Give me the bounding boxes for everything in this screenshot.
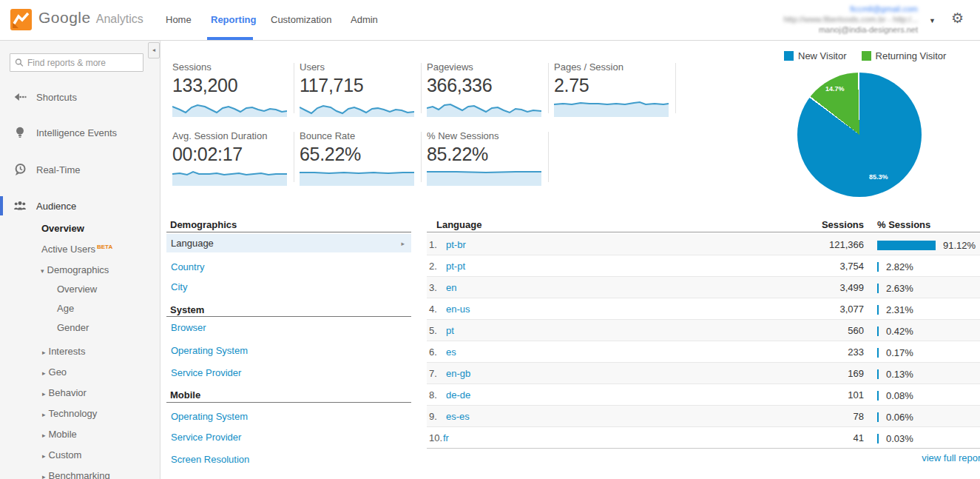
app-header: Google Analytics Home Reporting Customiz… xyxy=(0,0,980,41)
new-visitor-swatch-icon xyxy=(784,51,794,61)
sidebar-collapse-button[interactable]: ◂ xyxy=(148,42,160,58)
tab-admin[interactable]: Admin xyxy=(351,14,378,25)
metric-card-pages-per-session[interactable]: Pages / Session 2.75 xyxy=(554,61,671,117)
audience-menu-overview[interactable]: Overview xyxy=(41,223,84,236)
menu-item-country[interactable]: Country xyxy=(171,261,205,272)
metric-card-avg-session-duration[interactable]: Avg. Session Duration 00:02:17 xyxy=(172,130,289,186)
metric-value: 2.75 xyxy=(554,75,671,96)
language-link[interactable]: pt-br xyxy=(446,239,466,250)
audience-menu-mobile[interactable]: ▸Mobile xyxy=(42,429,77,442)
language-link[interactable]: pt-pt xyxy=(446,261,465,272)
card-divider xyxy=(421,63,422,113)
section-divider xyxy=(166,232,411,232)
view-full-report-link[interactable]: view full report xyxy=(922,452,980,463)
ga-logo-icon xyxy=(10,9,32,30)
demographics-age[interactable]: Age xyxy=(57,303,74,316)
settings-gear-icon[interactable]: ⚙ xyxy=(951,10,964,27)
new-visitor-slice-label: 85.3% xyxy=(869,173,888,181)
tab-reporting[interactable]: Reporting xyxy=(211,14,256,25)
audience-menu-active-users[interactable]: Active UsersBETA xyxy=(41,244,112,257)
audience-people-icon xyxy=(13,199,27,212)
pct-bar xyxy=(877,412,879,422)
language-link[interactable]: pt xyxy=(446,325,454,336)
audience-menu-benchmarking[interactable]: ▸Benchmarking xyxy=(42,470,110,479)
metric-card-sessions[interactable]: Sessions 133,200 xyxy=(172,61,289,117)
menu-item-screen-resolution[interactable]: Screen Resolution xyxy=(171,454,249,465)
language-link[interactable]: es xyxy=(446,346,456,358)
sidebar-item-intelligence-events[interactable]: Intelligence Events xyxy=(0,123,160,142)
legend-returning-visitor[interactable]: Returning Visitor xyxy=(862,50,947,61)
metric-card-pageviews[interactable]: Pageviews 366,336 xyxy=(427,61,544,117)
col-header-sessions[interactable]: Sessions xyxy=(782,219,864,230)
language-link[interactable]: en xyxy=(446,282,456,293)
menu-item-service-provider[interactable]: Service Provider xyxy=(171,367,241,378)
col-header-language[interactable]: Language xyxy=(436,219,481,230)
table-row: 1. pt-br 121,366 91.12% xyxy=(427,234,980,255)
audience-menu-interests[interactable]: ▸Interests xyxy=(42,346,85,359)
card-divider xyxy=(294,63,294,113)
pct-bar xyxy=(877,348,879,358)
legend-new-visitor[interactable]: New Visitor xyxy=(784,50,847,61)
menu-item-mobile-service-provider[interactable]: Service Provider xyxy=(171,432,241,443)
menu-item-mobile-operating-system[interactable]: Operating System xyxy=(171,411,248,422)
report-search-box[interactable] xyxy=(10,53,143,72)
chevron-right-icon: ▸ xyxy=(42,390,46,398)
table-row: 7. en-gb 169 0.13% xyxy=(427,363,980,384)
metric-label: Users xyxy=(300,61,416,73)
sidebar-item-shortcuts[interactable]: Shortcuts xyxy=(0,87,160,107)
menu-section-system: System xyxy=(170,304,204,315)
search-input[interactable] xyxy=(27,58,138,68)
pct-bar xyxy=(877,305,879,315)
shortcuts-arrow-icon xyxy=(13,90,27,104)
language-link[interactable]: de-de xyxy=(446,389,470,401)
chevron-right-icon: ▸ xyxy=(42,369,46,377)
menu-item-city[interactable]: City xyxy=(171,281,187,292)
section-divider xyxy=(166,316,411,317)
audience-menu-technology[interactable]: ▸Technology xyxy=(42,408,97,421)
pages-session-sparkline xyxy=(554,98,669,117)
pct-bar xyxy=(877,326,879,336)
tab-home[interactable]: Home xyxy=(166,14,192,25)
tab-customization[interactable]: Customization xyxy=(271,14,331,25)
metric-value: 00:02:17 xyxy=(172,144,289,165)
demographics-gender[interactable]: Gender xyxy=(57,322,89,335)
audience-menu-demographics[interactable]: ▾Demographics xyxy=(41,264,109,278)
table-row: 6. es 233 0.17% xyxy=(427,341,980,363)
metric-value: 366,336 xyxy=(427,75,544,96)
audience-menu-custom[interactable]: ▸Custom xyxy=(42,449,81,463)
language-link[interactable]: en-gb xyxy=(446,368,470,379)
visitor-type-pie-chart[interactable]: 14.7% 85.3% xyxy=(797,73,922,197)
menu-item-language-selected[interactable]: Language ▸ xyxy=(166,234,411,252)
metric-card-bounce-rate[interactable]: Bounce Rate 65.22% xyxy=(300,130,416,186)
search-icon xyxy=(15,58,24,67)
account-info[interactable]: ficcmll@gmail.com http://www.fiberloods.… xyxy=(783,4,918,35)
menu-item-browser[interactable]: Browser xyxy=(171,322,206,333)
audience-menu-behavior[interactable]: ▸Behavior xyxy=(42,387,87,401)
sidebar-item-audience[interactable]: Audience xyxy=(0,196,160,215)
metric-card-users[interactable]: Users 117,715 xyxy=(300,61,416,117)
table-header-divider xyxy=(427,232,980,232)
table-row: 9. es-es 78 0.06% xyxy=(427,406,980,427)
account-dropdown-caret-icon[interactable]: ▼ xyxy=(929,17,936,24)
table-row: 3. en 3,499 2.63% xyxy=(427,277,980,298)
pct-bar xyxy=(877,391,879,401)
table-row: 2. pt-pt 3,754 2.82% xyxy=(427,255,980,277)
sidebar-item-label: Real-Time xyxy=(36,164,80,175)
chevron-right-icon: ▸ xyxy=(42,432,46,439)
language-link[interactable]: es-es xyxy=(446,411,470,422)
col-header-pct-sessions[interactable]: % Sessions xyxy=(877,219,930,230)
table-row: 5. pt 560 0.42% xyxy=(427,320,980,341)
sidebar-item-real-time[interactable]: Real-Time xyxy=(0,160,160,179)
pct-bar xyxy=(877,284,879,293)
metric-card-new-sessions[interactable]: % New Sessions 85.22% xyxy=(427,130,544,186)
chevron-right-icon: ▸ xyxy=(42,452,46,460)
submenu-arrow-icon: ▸ xyxy=(401,240,405,247)
demographics-overview[interactable]: Overview xyxy=(57,284,97,297)
users-sparkline xyxy=(300,98,414,117)
menu-item-operating-system[interactable]: Operating System xyxy=(171,345,248,356)
language-link[interactable]: fr xyxy=(443,432,449,443)
audience-menu-geo[interactable]: ▸Geo xyxy=(42,366,67,380)
language-link[interactable]: en-us xyxy=(446,304,470,315)
ga-logo[interactable]: Google Analytics xyxy=(10,9,143,30)
metric-label: Pages / Session xyxy=(554,61,671,73)
